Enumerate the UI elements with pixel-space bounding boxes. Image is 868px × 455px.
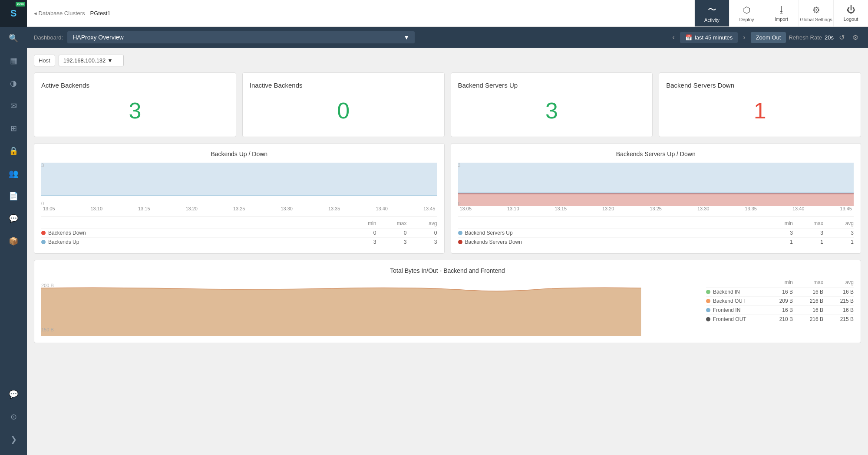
backend-in-avg: 16 B [823,289,854,295]
stat-card-inactive-backends: Inactive Backends 0 [242,72,445,137]
bytes-col-max: max [793,279,823,285]
calendar-icon: 📅 [685,34,692,41]
sidebar-item-toggle[interactable]: ⊙ [0,406,27,428]
y-label-3: 3 [41,163,44,168]
bytes-legend: min max avg Backend IN 16 B 16 B 16 B Ba… [706,279,854,336]
bytes-y-200: 200 B [41,283,54,288]
sidebar-bottom: 💬 ⊙ ❯ [0,383,27,455]
sidebar-logo[interactable]: S new [0,0,27,27]
xaxis-label: 13:30 [281,206,293,211]
activity-icon: 〜 [708,4,716,16]
servers-up-name: Backend Servers Up [465,230,763,236]
refresh-rate-label: Refresh Rate [789,34,822,41]
sidebar-item-puzzle[interactable]: ⊞ [0,117,27,140]
frontend-in-min: 16 B [762,307,793,313]
toolbar-settings-button[interactable]: ⚙ [850,32,861,43]
topnav-import[interactable]: ⭳ Import [764,0,799,26]
toggle-icon: ⊙ [10,412,17,422]
stat-active-backends-title: Active Backends [41,82,89,89]
lock-icon: 🔒 [9,146,18,156]
topnav-activity[interactable]: 〜 Activity [694,0,729,26]
chart-servers-updown-title: Backends Servers Up / Down [458,151,854,157]
y-label-0: 0 [41,201,44,206]
frontend-out-max: 216 B [793,316,823,322]
xaxis-label: 13:45 [840,206,852,211]
xaxis-label: 13:05 [460,206,472,211]
backends-updown-svg [41,163,437,206]
sidebar-item-comment[interactable]: 💬 [0,383,27,406]
time-prev-button[interactable]: ‹ [670,32,677,43]
legend-header: min max avg [41,220,437,226]
chart-servers-updown: Backends Servers Up / Down 3 0 13:05 13:… [451,143,861,254]
xaxis-label: 13:35 [328,206,340,211]
breadcrumb: ◂ Database Clusters PGtest1 [27,10,694,16]
search-icon: 🔍 [9,33,18,43]
legend-row-frontend-out: Frontend OUT 210 B 216 B 215 B [706,314,854,324]
refresh-button[interactable]: ↺ [836,32,847,43]
backends-down-name: Backends Down [48,230,346,236]
bytes-y-150: 150 B [41,327,54,332]
sidebar-item-box[interactable]: 📦 [0,230,27,252]
sidebar-item-users[interactable]: 👥 [0,162,27,185]
topnav-deploy[interactable]: ⬡ Deploy [729,0,764,26]
servers-down-dot [458,240,462,244]
legend-col-min-2: min [762,220,793,226]
breadcrumb-current: PGtest1 [90,10,111,16]
sidebar-item-arrow[interactable]: ❯ [0,428,27,451]
puzzle-icon: ⊞ [10,124,17,133]
time-range[interactable]: 📅 last 45 minutes [680,32,738,43]
legend-col-avg-2: avg [823,220,854,226]
backend-out-min: 209 B [762,298,793,304]
arrow-right-icon: ❯ [10,435,17,444]
topnav-global-settings[interactable]: ⚙ Global Settings [799,0,833,26]
chat-icon: 💬 [9,214,18,223]
host-value: 192.168.100.132 [63,57,106,64]
sidebar-item-dashboard[interactable]: ▦ [0,49,27,72]
backends-up-min: 3 [346,239,376,245]
sidebar-item-lock[interactable]: 🔒 [0,140,27,162]
xaxis-label: 13:45 [423,206,436,211]
bytes-layout: 200 B 150 B min max avg [41,279,854,336]
bytes-legend-header: min max avg [706,279,854,285]
bytes-svg-container: 200 B 150 B [41,279,699,336]
chart-servers-updown-area: 3 0 [458,163,854,206]
sidebar-item-search[interactable]: 🔍 [0,27,27,49]
host-select[interactable]: 192.168.100.132 ▼ [59,55,124,66]
legend-col-max-2: max [793,220,823,226]
sidebar-item-chart[interactable]: ◑ [0,72,27,95]
box-icon: 📦 [9,236,18,246]
logout-label: Logout [844,16,858,22]
xaxis-label: 13:10 [90,206,102,211]
backend-in-max: 16 B [793,289,823,295]
chart-backends-updown: Backends Up / Down 3 0 13:05 13:10 13:15… [34,143,445,254]
dashboard-select[interactable]: HAProxy Overview ▼ [67,31,415,43]
sidebar-item-mail[interactable]: ✉ [0,95,27,117]
xaxis-label: 13:40 [376,206,388,211]
legend-row-frontend-in: Frontend IN 16 B 16 B 16 B [706,305,854,314]
gear-icon: ⚙ [812,5,820,15]
stat-card-servers-down: Backend Servers Down 1 [659,72,861,137]
chevron-down-icon: ▼ [403,34,409,41]
stat-card-servers-up: Backend Servers Up 3 [451,72,653,137]
sidebar-item-chat[interactable]: 💬 [0,207,27,230]
breadcrumb-parent[interactable]: ◂ Database Clusters [34,10,85,16]
topnav-logout[interactable]: ⏻ Logout [833,0,868,26]
topnav: ◂ Database Clusters PGtest1 〜 Activity ⬡… [27,0,868,27]
servers-updown-svg [458,163,854,206]
stat-servers-up-title: Backend Servers Up [458,82,518,89]
legend-col-avg: avg [407,220,437,226]
zoom-out-button[interactable]: Zoom Out [751,32,786,43]
bytes-col-min: min [762,279,793,285]
dashboard-icon: ▦ [10,56,17,65]
frontend-in-max: 16 B [793,307,823,313]
servers-up-min: 3 [762,230,793,236]
logout-icon: ⏻ [847,5,855,15]
sidebar-item-file[interactable]: 📄 [0,185,27,207]
time-next-button[interactable]: › [740,32,748,43]
frontend-out-avg: 215 B [823,316,854,322]
bytes-svg [41,279,699,336]
chart-backends-updown-title: Backends Up / Down [41,151,437,157]
stat-card-active-backends: Active Backends 3 [34,72,236,137]
servers-down-name: Backends Servers Down [465,239,763,245]
host-label: Host [34,55,55,66]
